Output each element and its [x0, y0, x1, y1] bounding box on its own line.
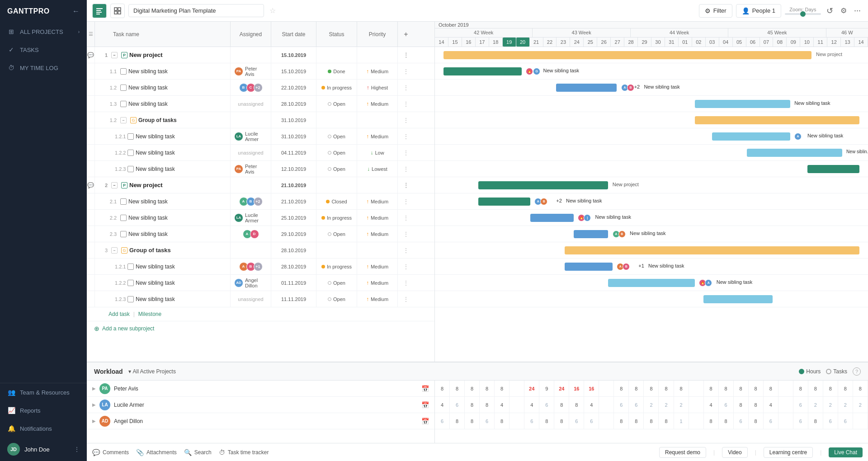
expand-icon[interactable]: ▶: [92, 386, 96, 391]
request-demo-button[interactable]: Request demo: [659, 447, 706, 458]
collapse-button[interactable]: −: [111, 182, 118, 188]
help-button[interactable]: ?: [853, 367, 861, 376]
th-add-col[interactable]: +: [398, 22, 414, 47]
comments-button[interactable]: 💬 Comments: [92, 449, 129, 456]
row-actions-cell[interactable]: ⋮: [398, 193, 414, 209]
gantt-bar[interactable]: [574, 230, 609, 238]
history-button[interactable]: ↺: [825, 4, 835, 18]
workload-view-toggle: Hours Tasks: [799, 368, 847, 375]
expand-icon[interactable]: ▶: [92, 419, 96, 423]
start-date-cell: 28.10.2019: [271, 242, 316, 258]
row-actions-cell[interactable]: ⋮: [398, 275, 414, 291]
filter-button[interactable]: ⚙ Filter: [699, 4, 732, 18]
expand-icon[interactable]: ▶: [92, 402, 96, 407]
attachments-button[interactable]: 📎 Attachments: [136, 449, 177, 456]
row-actions-cell[interactable]: ⋮: [398, 145, 414, 160]
comment-icon[interactable]: 💬: [87, 182, 94, 188]
collapse-button[interactable]: −: [111, 247, 118, 254]
row-actions-cell[interactable]: ⋮: [398, 226, 414, 242]
sidebar-item-all-projects[interactable]: ⊞ ALL PROJECTS ›: [0, 23, 87, 41]
learning-centre-button[interactable]: Learning centre: [764, 447, 813, 458]
sidebar-item-notifications[interactable]: 🔔 Notifications: [0, 419, 87, 437]
gantt-bar[interactable]: [443, 51, 811, 59]
task-icon: [127, 280, 134, 286]
table-row: 1.2 New sibling task B C +2 22.10.2019: [87, 80, 434, 96]
milestone-link[interactable]: Milestone: [138, 311, 161, 317]
hours-radio[interactable]: Hours: [799, 368, 821, 375]
people-button[interactable]: 👤 People 1: [736, 4, 781, 18]
gantt-bar[interactable]: [695, 100, 790, 108]
gantt-bar[interactable]: [478, 181, 608, 189]
sidebar-item-my-time-log[interactable]: ⏱ MY TIME LOG: [0, 59, 87, 77]
comment-icon[interactable]: 💬: [87, 52, 94, 58]
gantt-bar[interactable]: [530, 214, 574, 222]
video-button[interactable]: Video: [722, 447, 747, 458]
start-date-cell: 15.10.2019: [271, 47, 316, 63]
collapse-button[interactable]: −: [120, 117, 127, 123]
calendar-icon[interactable]: 📅: [421, 385, 429, 392]
gantt-bar[interactable]: [747, 149, 842, 157]
add-task-link[interactable]: Add task: [108, 311, 130, 317]
calendar-icon[interactable]: 📅: [421, 418, 429, 425]
row-actions-cell[interactable]: ⋮: [398, 112, 414, 128]
project-title-input[interactable]: [128, 4, 264, 17]
sidebar-item-team-resources[interactable]: 👥 Team & Resources: [0, 383, 87, 401]
zoom-slider[interactable]: [785, 13, 821, 15]
live-chat-button[interactable]: Live Chat: [829, 447, 863, 457]
gantt-bar[interactable]: [478, 198, 530, 206]
row-actions-cell[interactable]: ⋮: [398, 161, 414, 177]
grid-view-button[interactable]: [110, 4, 125, 18]
row-toggle-icon[interactable]: ☰: [89, 31, 93, 37]
row-actions-cell[interactable]: ⋮: [398, 47, 414, 63]
calendar-icon[interactable]: 📅: [421, 401, 429, 409]
circle-plus-icon: ⊕: [94, 325, 99, 332]
gantt-bar-label: New sibling task: [543, 68, 579, 73]
row-actions-cell[interactable]: ⋮: [398, 63, 414, 79]
day-cell: 15: [448, 38, 462, 47]
gantt-bar-label: New sibling task: [807, 133, 843, 138]
sidebar-item-reports[interactable]: 📈 Reports: [0, 401, 87, 419]
row-actions-cell[interactable]: ⋮: [398, 291, 414, 307]
settings-button[interactable]: ⚙: [839, 5, 849, 17]
gantt-bar[interactable]: [712, 132, 790, 141]
row-actions-cell[interactable]: ⋮: [398, 259, 414, 274]
search-button[interactable]: 🔍 Search: [184, 449, 212, 456]
row-actions-cell[interactable]: ⋮: [398, 210, 414, 226]
gantt-view-button[interactable]: [92, 4, 107, 18]
day-cell: 18: [489, 38, 503, 47]
gantt-row: New sibling task: [435, 96, 868, 112]
dropdown-arrow-icon: ▾: [128, 368, 131, 375]
more-options-button[interactable]: ···: [852, 6, 863, 15]
add-subproject-row[interactable]: ⊕ Add a new subproject: [87, 321, 434, 336]
row-actions-cell[interactable]: ⋮: [398, 128, 414, 144]
task-time-tracker-button[interactable]: ⏱ Task time tracker: [219, 449, 269, 456]
gantt-bar[interactable]: [565, 263, 612, 271]
sidebar-item-tasks[interactable]: ✓ TASKS: [0, 41, 87, 59]
gantt-bar[interactable]: [695, 116, 859, 124]
collapse-button[interactable]: −: [111, 52, 118, 58]
gantt-bar[interactable]: [443, 67, 521, 75]
bottom-toolbar: 💬 Comments 📎 Attachments 🔍 Search ⏱ Task…: [87, 443, 868, 461]
gantt-bar[interactable]: [703, 295, 773, 303]
row-actions-cell[interactable]: ⋮: [398, 80, 414, 95]
gantt-bar[interactable]: [556, 84, 617, 92]
assigned-cell: unassigned: [231, 96, 271, 112]
assigned-cell: PA Peter Avis: [231, 161, 271, 177]
row-actions-cell[interactable]: ⋮: [398, 177, 414, 193]
gantt-bar[interactable]: [807, 165, 859, 173]
table-row: 1.3 New sibling task unassigned 28.10.20…: [87, 96, 434, 112]
gantt-bar[interactable]: [608, 279, 695, 287]
gantt-bar[interactable]: [565, 246, 859, 254]
assigned-cell: [231, 112, 271, 128]
tasks-radio[interactable]: Tasks: [826, 368, 847, 375]
timer-icon: ⏱: [7, 64, 15, 71]
workload-project-dropdown[interactable]: ▾ All Active Projects: [128, 368, 176, 375]
task-name-cell: 1.2 − G Group of tasks: [95, 112, 231, 128]
gear-icon: ⚙: [840, 6, 847, 15]
user-options-button[interactable]: ⋮: [74, 446, 80, 452]
row-actions-cell[interactable]: ⋮: [398, 242, 414, 258]
row-menu-icon: ⋮: [403, 117, 410, 124]
row-actions-cell[interactable]: ⋮: [398, 96, 414, 112]
favorite-star-icon[interactable]: ☆: [269, 6, 276, 15]
sidebar-back-arrow[interactable]: ←: [72, 7, 80, 15]
